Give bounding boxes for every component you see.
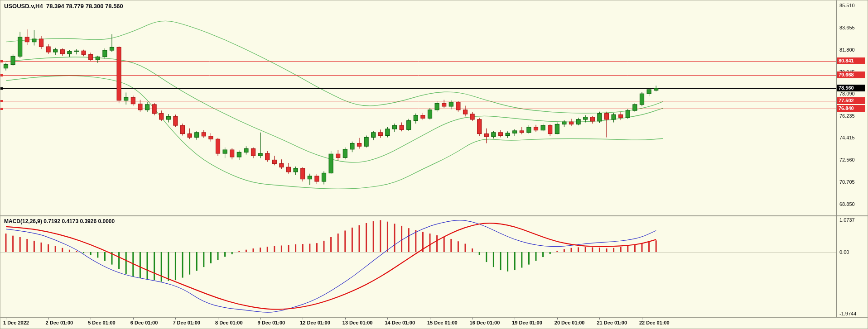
- time-axis-label: 7 Dec 01:00: [173, 320, 200, 325]
- chart-symbol-title: USOUSD.v,H4 78.394 78.779 78.300 78.560: [4, 3, 123, 10]
- time-axis-label: 5 Dec 01:00: [88, 320, 116, 325]
- trading-chart-window: USOUSD.v,H4 78.394 78.779 78.300 78.560 …: [0, 0, 868, 329]
- time-axis-label: 9 Dec 01:00: [258, 320, 285, 325]
- macd-axis-label: 0.00: [839, 249, 849, 255]
- time-axis-label: 2 Dec 01:00: [46, 320, 73, 325]
- current-price-badge: 78.560: [837, 85, 865, 91]
- price-axis-label: 72.560: [839, 157, 855, 163]
- price-axis-label: 81.800: [839, 47, 855, 53]
- time-axis-label: 20 Dec 01:00: [555, 320, 585, 325]
- chart-canvas[interactable]: [0, 0, 868, 329]
- time-axis-label: 21 Dec 01:00: [597, 320, 627, 325]
- price-axis-label: 85.510: [839, 2, 855, 9]
- time-axis-label: 15 Dec 01:00: [427, 320, 458, 325]
- price-axis-label: 83.655: [839, 24, 855, 31]
- time-axis-label: 1 Dec 2022: [3, 320, 29, 325]
- price-axis[interactable]: 85.51083.65581.80079.94578.09076.23574.4…: [837, 0, 868, 317]
- macd-axis-label: 1.0737: [839, 217, 855, 223]
- time-axis-label: 19 Dec 01:00: [512, 320, 542, 325]
- price-level-badge: 79.668: [837, 72, 865, 78]
- price-level-badge: 80.841: [837, 57, 865, 64]
- time-axis[interactable]: 1 Dec 20222 Dec 01:005 Dec 01:006 Dec 01…: [0, 317, 868, 329]
- price-level-badge: 77.502: [837, 97, 865, 104]
- time-axis-label: 8 Dec 01:00: [215, 320, 243, 325]
- price-axis-label: 68.850: [839, 201, 855, 207]
- time-axis-label: 22 Dec 01:00: [639, 320, 670, 325]
- price-axis-label: 74.415: [839, 134, 855, 141]
- macd-axis-label: -1.9744: [839, 310, 856, 317]
- panel-separator[interactable]: [0, 215, 868, 216]
- price-axis-label: 70.705: [839, 179, 855, 185]
- price-axis-label: 76.235: [839, 113, 855, 119]
- price-axis-label: 78.090: [839, 91, 855, 97]
- price-level-badge: 76.840: [837, 105, 865, 112]
- time-axis-label: 12 Dec 01:00: [300, 320, 330, 325]
- macd-indicator-label: MACD(12,26,9) 0.7192 0.4173 0.3926 0.000…: [4, 218, 115, 224]
- time-axis-label: 13 Dec 01:00: [342, 320, 373, 325]
- time-axis-label: 6 Dec 01:00: [130, 320, 158, 325]
- time-axis-label: 14 Dec 01:00: [385, 320, 415, 325]
- time-axis-label: 16 Dec 01:00: [470, 320, 500, 325]
